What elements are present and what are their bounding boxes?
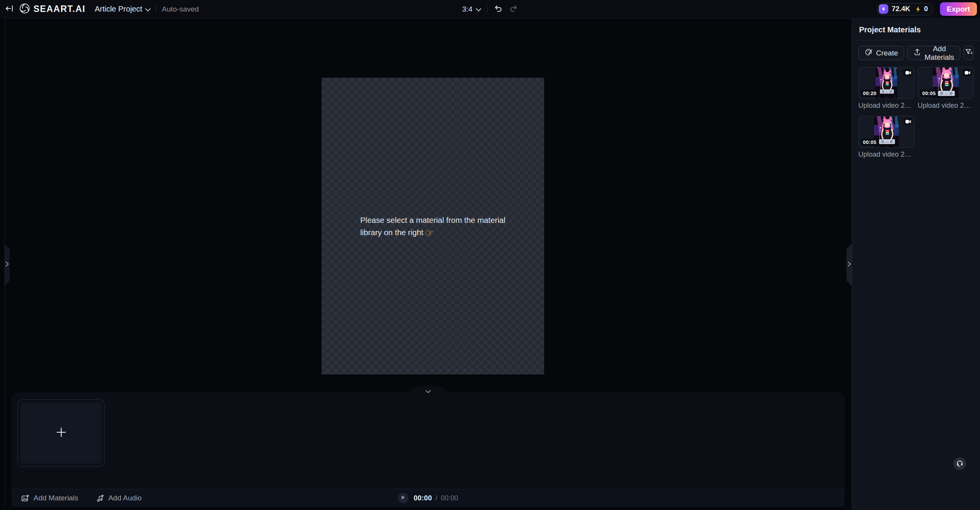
seaart-logo[interactable]: SEAART.AI	[19, 3, 85, 15]
material-item[interactable]: 00:05 Upload video 2025-0...	[858, 116, 915, 159]
placeholder-line2: library on the right	[360, 228, 423, 237]
filter-button[interactable]	[963, 46, 974, 60]
panel-title: Project Materials	[852, 18, 980, 40]
timeline-collapse-tab[interactable]	[401, 386, 455, 392]
material-thumbnail[interactable]: 00:05	[918, 67, 974, 99]
current-time: 00:00	[414, 494, 432, 502]
chevron-down-icon	[425, 388, 431, 395]
palette-icon	[864, 48, 873, 58]
seaart-swirl-icon	[19, 3, 30, 15]
project-title: Article Project	[95, 5, 142, 13]
aspect-ratio-selector[interactable]: 3:4	[462, 5, 481, 13]
preview-canvas[interactable]: Please select a material from the materi…	[322, 78, 544, 375]
material-item[interactable]: 00:20 Upload video 2025-0...	[858, 67, 915, 110]
chevron-right-icon	[848, 261, 851, 268]
time-display: 00:00 / 00:00	[414, 494, 458, 502]
upload-icon	[913, 48, 921, 58]
duration-badge: 00:05	[920, 90, 938, 97]
headset-icon	[956, 460, 963, 468]
collapse-right-panel-handle[interactable]	[846, 244, 852, 286]
total-time: 00:00	[441, 494, 458, 502]
pointing-right-emoji: ☞	[425, 227, 434, 239]
bolt-icon	[915, 6, 921, 13]
autosave-status: Auto-saved	[162, 5, 199, 13]
divider	[487, 6, 488, 13]
add-audio-button[interactable]: Add Audio	[96, 494, 142, 502]
topbar: SEAART.AI Article Project Auto-saved 3:4	[0, 0, 980, 18]
timeline-panel: Add Materials Add Audio	[11, 392, 845, 507]
time-separator: /	[436, 494, 437, 502]
add-materials-button[interactable]: Add Materials	[21, 494, 78, 502]
material-item[interactable]: 00:05 Upload video 2025-0...	[918, 67, 974, 110]
material-label: Upload video 2025-0...	[918, 102, 974, 110]
duration-badge: 00:05	[861, 139, 879, 146]
plus-icon	[55, 426, 67, 440]
play-button[interactable]	[398, 493, 408, 503]
video-editor-app: SEAART.AI Article Project Auto-saved 3:4	[0, 0, 980, 510]
energy-icon	[879, 4, 888, 14]
add-materials-button[interactable]: Add Materials	[907, 46, 960, 60]
undo-button[interactable]	[494, 4, 503, 14]
energy-balance: 72.4K	[892, 5, 910, 13]
panel-actions: Create Add Materials	[852, 40, 980, 65]
add-clip-tile-inner	[21, 403, 101, 463]
video-camera-icon	[903, 69, 913, 76]
arrow-left-to-bar-icon	[5, 4, 14, 14]
timeline-toolbar: Add Materials Add Audio	[11, 489, 845, 507]
filter-icon	[965, 48, 973, 58]
canvas-placeholder-message: Please select a material from the materi…	[360, 214, 505, 239]
project-materials-panel: Project Materials Create	[852, 18, 980, 510]
expand-left-panel-handle[interactable]	[4, 244, 10, 286]
video-camera-icon	[903, 118, 913, 125]
support-button[interactable]	[953, 457, 966, 470]
play-icon	[401, 495, 405, 501]
placeholder-line1: Please select a material from the materi…	[360, 216, 505, 224]
chevron-down-icon	[145, 5, 151, 13]
chevron-right-icon	[5, 261, 9, 268]
material-thumbnail[interactable]: 00:20	[858, 67, 915, 99]
project-name-menu[interactable]: Article Project	[95, 5, 151, 13]
transport-controls: 00:00 / 00:00	[398, 493, 458, 503]
video-camera-icon	[963, 69, 972, 76]
undo-icon	[494, 4, 503, 14]
logo-wordmark: SEAART.AI	[34, 4, 85, 14]
create-button[interactable]: Create	[858, 46, 904, 60]
add-materials-label: Add Materials	[925, 45, 954, 62]
divider	[156, 6, 156, 13]
redo-icon	[509, 4, 518, 14]
bolt-count: 0	[924, 5, 928, 13]
aspect-ratio-value: 3:4	[462, 5, 472, 13]
export-button[interactable]: Export	[940, 2, 977, 16]
add-image-icon	[21, 494, 29, 502]
create-label: Create	[876, 49, 898, 57]
credits-pill[interactable]: 72.4K 0	[877, 3, 933, 15]
chevron-down-icon	[476, 5, 481, 13]
material-label: Upload video 2025-0...	[858, 102, 915, 110]
materials-grid: 00:20 Upload video 2025-0...	[852, 65, 980, 161]
material-thumbnail[interactable]: 00:05	[858, 116, 915, 148]
duration-badge: 00:20	[861, 90, 879, 97]
add-materials-label: Add Materials	[34, 494, 78, 502]
add-audio-label: Add Audio	[108, 494, 142, 502]
dj-girl-video-thumbnail	[876, 67, 897, 99]
add-clip-tile[interactable]	[17, 399, 105, 467]
redo-button[interactable]	[509, 4, 518, 14]
material-label: Upload video 2025-0...	[858, 150, 915, 159]
add-audio-icon	[96, 494, 104, 502]
back-button[interactable]	[5, 4, 14, 14]
